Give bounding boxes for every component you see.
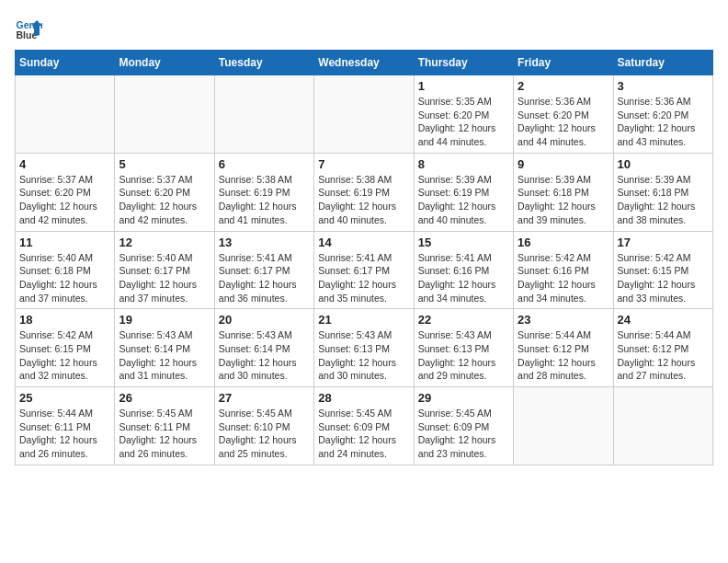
calendar-cell: 24Sunrise: 5:44 AMSunset: 6:12 PMDayligh…	[613, 309, 712, 387]
day-info: Sunrise: 5:35 AMSunset: 6:20 PMDaylight:…	[418, 95, 509, 149]
day-info: Sunrise: 5:41 AMSunset: 6:17 PMDaylight:…	[219, 251, 310, 305]
day-number: 6	[219, 157, 310, 171]
calendar-cell: 20Sunrise: 5:43 AMSunset: 6:14 PMDayligh…	[214, 309, 313, 387]
day-info: Sunrise: 5:45 AMSunset: 6:09 PMDaylight:…	[418, 407, 509, 461]
day-info: Sunrise: 5:42 AMSunset: 6:15 PMDaylight:…	[618, 251, 709, 305]
calendar-header-thursday: Thursday	[414, 51, 513, 75]
page-header: General Blue	[15, 15, 713, 42]
day-number: 5	[119, 157, 210, 171]
day-info: Sunrise: 5:41 AMSunset: 6:16 PMDaylight:…	[418, 251, 509, 305]
day-info: Sunrise: 5:43 AMSunset: 6:14 PMDaylight:…	[219, 328, 310, 383]
calendar-cell: 25Sunrise: 5:44 AMSunset: 6:11 PMDayligh…	[16, 387, 115, 465]
day-info: Sunrise: 5:43 AMSunset: 6:14 PMDaylight:…	[119, 328, 210, 383]
day-info: Sunrise: 5:45 AMSunset: 6:09 PMDaylight:…	[318, 407, 409, 461]
calendar-cell	[115, 75, 214, 154]
calendar-cell: 11Sunrise: 5:40 AMSunset: 6:18 PMDayligh…	[16, 231, 115, 309]
day-info: Sunrise: 5:44 AMSunset: 6:12 PMDaylight:…	[618, 328, 709, 383]
calendar-header-saturday: Saturday	[613, 51, 712, 75]
calendar-header-sunday: Sunday	[16, 51, 115, 75]
calendar-cell: 9Sunrise: 5:39 AMSunset: 6:18 PMDaylight…	[514, 153, 613, 231]
calendar-cell: 1Sunrise: 5:35 AMSunset: 6:20 PMDaylight…	[414, 75, 513, 154]
day-number: 19	[119, 313, 210, 327]
calendar-week-row: 1Sunrise: 5:35 AMSunset: 6:20 PMDaylight…	[16, 75, 713, 154]
day-info: Sunrise: 5:40 AMSunset: 6:18 PMDaylight:…	[19, 251, 110, 305]
calendar-cell: 7Sunrise: 5:38 AMSunset: 6:19 PMDaylight…	[314, 153, 414, 231]
day-number: 17	[618, 236, 709, 249]
day-info: Sunrise: 5:42 AMSunset: 6:15 PMDaylight:…	[19, 328, 110, 383]
calendar-cell	[613, 387, 712, 465]
calendar-week-row: 4Sunrise: 5:37 AMSunset: 6:20 PMDaylight…	[16, 153, 713, 231]
day-info: Sunrise: 5:43 AMSunset: 6:13 PMDaylight:…	[418, 328, 509, 383]
day-info: Sunrise: 5:36 AMSunset: 6:20 PMDaylight:…	[518, 95, 609, 149]
day-number: 4	[19, 157, 110, 171]
calendar-cell: 6Sunrise: 5:38 AMSunset: 6:19 PMDaylight…	[214, 153, 313, 231]
day-number: 20	[219, 313, 310, 327]
calendar-cell: 12Sunrise: 5:40 AMSunset: 6:17 PMDayligh…	[115, 231, 214, 309]
calendar-cell: 2Sunrise: 5:36 AMSunset: 6:20 PMDaylight…	[514, 75, 613, 154]
calendar-cell: 10Sunrise: 5:39 AMSunset: 6:18 PMDayligh…	[613, 153, 712, 231]
calendar-header-monday: Monday	[115, 51, 214, 75]
day-info: Sunrise: 5:44 AMSunset: 6:12 PMDaylight:…	[518, 328, 609, 383]
calendar-cell: 15Sunrise: 5:41 AMSunset: 6:16 PMDayligh…	[414, 231, 513, 309]
calendar-week-row: 25Sunrise: 5:44 AMSunset: 6:11 PMDayligh…	[16, 387, 713, 465]
day-number: 16	[518, 236, 609, 249]
day-number: 9	[518, 157, 609, 171]
day-number: 10	[618, 157, 709, 171]
day-number: 23	[518, 313, 609, 327]
calendar-cell: 8Sunrise: 5:39 AMSunset: 6:19 PMDaylight…	[414, 153, 513, 231]
day-number: 18	[19, 313, 110, 327]
day-number: 24	[618, 313, 709, 327]
day-number: 2	[518, 79, 609, 93]
day-number: 29	[418, 391, 509, 405]
day-info: Sunrise: 5:39 AMSunset: 6:18 PMDaylight:…	[618, 173, 709, 227]
logo: General Blue	[15, 15, 46, 42]
calendar-week-row: 18Sunrise: 5:42 AMSunset: 6:15 PMDayligh…	[16, 309, 713, 387]
day-info: Sunrise: 5:38 AMSunset: 6:19 PMDaylight:…	[219, 173, 310, 227]
calendar-cell: 19Sunrise: 5:43 AMSunset: 6:14 PMDayligh…	[115, 309, 214, 387]
calendar-cell	[514, 387, 613, 465]
calendar-header-tuesday: Tuesday	[214, 51, 313, 75]
calendar-cell	[214, 75, 313, 154]
calendar-cell: 21Sunrise: 5:43 AMSunset: 6:13 PMDayligh…	[314, 309, 414, 387]
day-number: 11	[19, 236, 110, 249]
day-number: 8	[418, 157, 509, 171]
day-info: Sunrise: 5:45 AMSunset: 6:11 PMDaylight:…	[119, 407, 210, 461]
day-number: 15	[418, 236, 509, 249]
day-info: Sunrise: 5:37 AMSunset: 6:20 PMDaylight:…	[119, 173, 210, 227]
day-number: 3	[618, 79, 709, 93]
day-number: 22	[418, 313, 509, 327]
day-number: 7	[318, 157, 409, 171]
day-number: 14	[318, 236, 409, 249]
day-info: Sunrise: 5:39 AMSunset: 6:18 PMDaylight:…	[518, 173, 609, 227]
calendar-cell: 17Sunrise: 5:42 AMSunset: 6:15 PMDayligh…	[613, 231, 712, 309]
calendar-header-wednesday: Wednesday	[314, 51, 414, 75]
calendar-cell: 29Sunrise: 5:45 AMSunset: 6:09 PMDayligh…	[414, 387, 513, 465]
svg-text:Blue: Blue	[17, 29, 38, 40]
day-info: Sunrise: 5:37 AMSunset: 6:20 PMDaylight:…	[19, 173, 110, 227]
day-number: 28	[318, 391, 409, 405]
logo-icon: General Blue	[15, 15, 42, 42]
day-info: Sunrise: 5:36 AMSunset: 6:20 PMDaylight:…	[618, 95, 709, 149]
day-number: 25	[19, 391, 110, 405]
calendar-header-row: SundayMondayTuesdayWednesdayThursdayFrid…	[16, 51, 713, 75]
calendar-cell: 4Sunrise: 5:37 AMSunset: 6:20 PMDaylight…	[16, 153, 115, 231]
day-info: Sunrise: 5:42 AMSunset: 6:16 PMDaylight:…	[518, 251, 609, 305]
day-number: 12	[119, 236, 210, 249]
calendar-week-row: 11Sunrise: 5:40 AMSunset: 6:18 PMDayligh…	[16, 231, 713, 309]
day-info: Sunrise: 5:44 AMSunset: 6:11 PMDaylight:…	[19, 407, 110, 461]
day-number: 21	[318, 313, 409, 327]
day-info: Sunrise: 5:39 AMSunset: 6:19 PMDaylight:…	[418, 173, 509, 227]
calendar-cell: 26Sunrise: 5:45 AMSunset: 6:11 PMDayligh…	[115, 387, 214, 465]
calendar-cell: 5Sunrise: 5:37 AMSunset: 6:20 PMDaylight…	[115, 153, 214, 231]
day-info: Sunrise: 5:41 AMSunset: 6:17 PMDaylight:…	[318, 251, 409, 305]
day-number: 26	[119, 391, 210, 405]
day-number: 27	[219, 391, 310, 405]
day-info: Sunrise: 5:38 AMSunset: 6:19 PMDaylight:…	[318, 173, 409, 227]
calendar-table: SundayMondayTuesdayWednesdayThursdayFrid…	[15, 50, 713, 465]
calendar-cell: 22Sunrise: 5:43 AMSunset: 6:13 PMDayligh…	[414, 309, 513, 387]
calendar-cell: 3Sunrise: 5:36 AMSunset: 6:20 PMDaylight…	[613, 75, 712, 154]
calendar-cell: 14Sunrise: 5:41 AMSunset: 6:17 PMDayligh…	[314, 231, 414, 309]
day-info: Sunrise: 5:45 AMSunset: 6:10 PMDaylight:…	[219, 407, 310, 461]
calendar-cell: 27Sunrise: 5:45 AMSunset: 6:10 PMDayligh…	[214, 387, 313, 465]
day-number: 1	[418, 79, 509, 93]
